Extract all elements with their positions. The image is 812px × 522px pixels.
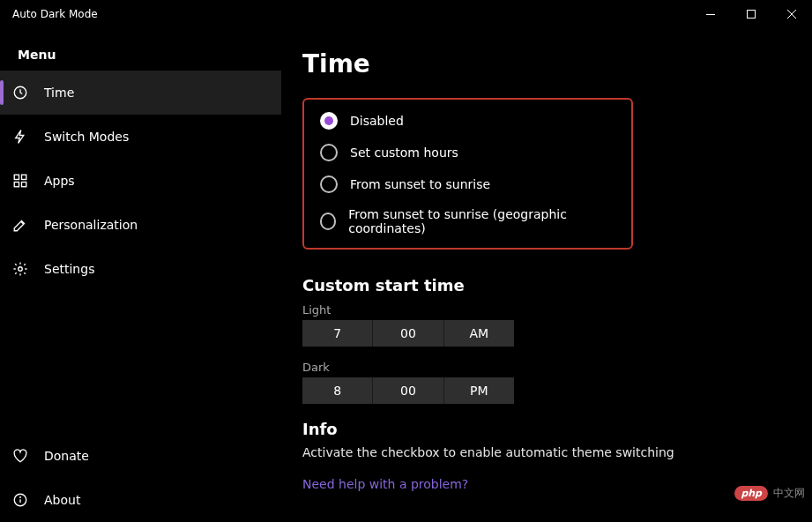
sidebar: Menu Time Switch Modes Apps (0, 28, 281, 522)
light-time-picker[interactable]: 7 00 AM (302, 320, 514, 347)
custom-start-heading: Custom start time (302, 276, 791, 295)
radio-label: Set custom hours (350, 145, 458, 160)
sidebar-item-label: Settings (44, 262, 94, 276)
svg-point-10 (20, 497, 21, 498)
sidebar-item-personalization[interactable]: Personalization (0, 203, 281, 247)
sidebar-item-about[interactable]: About (0, 478, 281, 522)
radio-sunset-sunrise[interactable]: From sunset to sunrise (320, 175, 615, 193)
pencil-icon (12, 217, 28, 233)
heart-icon (12, 448, 28, 464)
gear-icon (12, 261, 28, 277)
radio-icon (320, 175, 338, 193)
radio-label: From sunset to sunrise (350, 177, 490, 191)
help-link[interactable]: Need help with a problem? (302, 477, 791, 491)
light-ampm[interactable]: AM (444, 320, 514, 347)
radio-disabled[interactable]: Disabled (320, 112, 615, 130)
info-text: Activate the checkbox to enable automati… (302, 445, 791, 459)
titlebar: Auto Dark Mode (0, 0, 812, 28)
radio-icon (320, 112, 338, 130)
watermark: php 中文网 (734, 486, 805, 501)
radio-custom-hours[interactable]: Set custom hours (320, 144, 615, 161)
radio-label: Disabled (350, 114, 404, 128)
svg-point-7 (19, 267, 23, 272)
sidebar-item-label: About (44, 493, 80, 507)
light-hour[interactable]: 7 (302, 320, 373, 347)
sidebar-item-apps[interactable]: Apps (0, 159, 281, 203)
clock-icon (12, 85, 28, 101)
svg-rect-6 (22, 183, 26, 187)
window-controls (690, 0, 812, 28)
sidebar-item-label: Time (44, 86, 74, 100)
dark-ampm[interactable]: PM (444, 377, 514, 404)
sidebar-item-label: Donate (44, 449, 89, 463)
dark-time-picker[interactable]: 8 00 PM (302, 377, 514, 404)
lightning-icon (12, 129, 28, 145)
info-heading: Info (302, 420, 791, 438)
sidebar-item-donate[interactable]: Donate (0, 434, 281, 478)
svg-rect-1 (748, 11, 756, 19)
watermark-badge: php (734, 486, 768, 501)
menu-header: Menu (0, 28, 281, 71)
main-content: Time Disabled Set custom hours From suns… (281, 28, 812, 522)
sidebar-item-label: Switch Modes (44, 130, 129, 144)
radio-sunset-sunrise-geo[interactable]: From sunset to sunrise (geographic coord… (320, 207, 615, 235)
svg-rect-4 (22, 175, 26, 179)
close-button[interactable] (771, 0, 812, 28)
svg-rect-3 (14, 175, 19, 179)
svg-rect-0 (706, 14, 715, 15)
maximize-button[interactable] (731, 0, 771, 28)
radio-label: From sunset to sunrise (geographic coord… (348, 207, 615, 235)
mode-radio-group: Disabled Set custom hours From sunset to… (302, 98, 633, 250)
sidebar-item-time[interactable]: Time (0, 71, 281, 115)
minimize-button[interactable] (690, 0, 731, 28)
radio-icon (320, 213, 336, 230)
watermark-text: 中文网 (773, 486, 805, 501)
page-title: Time (302, 49, 791, 78)
info-icon (12, 492, 28, 508)
svg-rect-5 (14, 183, 19, 187)
light-minute[interactable]: 00 (373, 320, 443, 347)
sidebar-item-label: Personalization (44, 218, 138, 232)
sidebar-item-label: Apps (44, 174, 75, 188)
apps-icon (12, 173, 28, 189)
sidebar-item-switch-modes[interactable]: Switch Modes (0, 115, 281, 159)
light-label: Light (302, 303, 791, 317)
dark-minute[interactable]: 00 (373, 377, 443, 404)
dark-hour[interactable]: 8 (302, 377, 373, 404)
radio-icon (320, 144, 338, 161)
dark-label: Dark (302, 361, 791, 374)
sidebar-item-settings[interactable]: Settings (0, 247, 281, 291)
app-title: Auto Dark Mode (12, 8, 98, 20)
